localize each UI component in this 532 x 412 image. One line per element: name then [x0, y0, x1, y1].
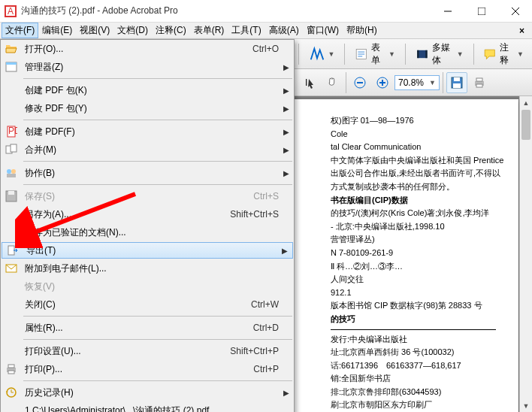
close-button[interactable] [498, 0, 532, 23]
menu-shortcut: Ctrl+O [252, 44, 294, 54]
menu-item[interactable]: 属性(R)...Ctrl+D [1, 319, 294, 337]
menu-item-label: 导出(T) [23, 244, 292, 257]
menu-item[interactable]: 打印(P)...Ctrl+P [1, 360, 294, 378]
menu-item[interactable]: PDF创建 PDF(F)▶ [1, 123, 294, 141]
menu-tools[interactable]: 工具(T) [228, 23, 264, 38]
submenu-arrow-icon: ▶ [283, 128, 289, 136]
form-icon [355, 46, 368, 62]
submenu-arrow-icon: ▶ [283, 169, 289, 177]
page-text-line: 址:北京西单西斜街 36 号(100032) [331, 346, 496, 359]
film-icon [416, 46, 429, 62]
menu-edit[interactable]: 编辑(E) [38, 23, 76, 38]
page-text-line: 的技巧 [331, 313, 496, 326]
menu-item[interactable]: 历史记录(H)▶ [1, 383, 294, 401]
menu-file[interactable]: 文件(F) [2, 23, 38, 38]
page-divider [331, 329, 496, 330]
menu-item[interactable]: 协作(B)▶ [1, 164, 294, 182]
svg-rect-32 [11, 144, 17, 152]
organizer-icon [1, 61, 22, 73]
disk-icon [451, 77, 463, 89]
select-tool[interactable]: I [299, 72, 320, 93]
menu-advanced[interactable]: 高级(A) [265, 23, 303, 38]
menu-forms[interactable]: 表单(R) [190, 23, 228, 38]
page-text-line: 中文简体字版由中央编译出版社和美国 Prentice [331, 154, 496, 168]
menu-separator [23, 316, 292, 317]
vertical-scrollbar[interactable]: ▲ ▼ [519, 96, 532, 412]
menu-comments[interactable]: 注释(C) [152, 23, 190, 38]
scroll-thumb[interactable] [521, 110, 530, 140]
menu-help[interactable]: 帮助(H) [343, 23, 381, 38]
menu-item[interactable]: 导出(T)▶ [2, 242, 293, 259]
minimize-button[interactable] [431, 0, 464, 23]
comment-button[interactable]: 注释▼ [478, 38, 529, 71]
menu-item-label: 管理器(Z) [22, 61, 294, 74]
svg-text:A: A [8, 6, 14, 17]
submenu-arrow-icon: ▶ [283, 105, 289, 113]
page-text-line: 出版公司合作出版,未经出版者书面许可,不得以 [331, 167, 496, 180]
menu-item[interactable]: 关闭(C)Ctrl+W [1, 295, 294, 314]
svg-rect-28 [6, 62, 17, 65]
printer-icon [473, 77, 485, 89]
svg-rect-35 [7, 174, 16, 177]
menu-item-label: 创建 PDF(F) [22, 126, 294, 138]
plus-icon [376, 77, 388, 89]
page-text-line: Ⅱ 科…②刘…③李… [331, 260, 496, 274]
comment-icon [483, 46, 497, 62]
menu-item[interactable]: 另存为(A)...Shift+Ctrl+S [1, 205, 294, 223]
scroll-up-arrow[interactable]: ▲ [520, 96, 532, 109]
svg-text:PDF: PDF [8, 126, 17, 136]
maximize-button[interactable] [464, 0, 498, 23]
minus-icon [354, 77, 366, 89]
svg-rect-42 [8, 371, 14, 374]
menu-item[interactable]: 另存为已验证的文档(N)... [1, 223, 294, 241]
menu-item: 保存(S)Ctrl+S [1, 187, 294, 205]
sign-button[interactable]: ▼ [304, 42, 340, 66]
menu-item-label: 恢复(V) [22, 280, 294, 293]
menu-separator [23, 184, 292, 185]
menu-shortcut: Shift+Ctrl+P [230, 346, 294, 356]
menu-item[interactable]: 附加到电子邮件(L)... [1, 259, 294, 277]
menu-item[interactable]: 1 C:\Users\Administrator\...\沟通的技巧 (2).p… [1, 401, 294, 412]
menu-item[interactable]: 打印设置(U)...Shift+Ctrl+P [1, 342, 294, 360]
menu-separator [23, 339, 292, 340]
menu-item[interactable]: 合并(M)▶ [1, 141, 294, 159]
menu-item-label: 属性(R)... [22, 322, 253, 335]
menu-item[interactable]: 打开(O)...Ctrl+O [1, 40, 294, 58]
combine-icon [1, 144, 22, 156]
menu-shortcut: Ctrl+P [253, 364, 294, 374]
page-text-line: 话:66171396 66163377—618,617 [331, 359, 496, 373]
app-icon: A [5, 5, 17, 17]
multimedia-button[interactable]: 多媒体▼ [410, 38, 469, 71]
submenu-arrow-icon: ▶ [283, 63, 289, 71]
menu-window[interactable]: 窗口(W) [303, 23, 343, 38]
menu-document[interactable]: 文档(D) [113, 23, 152, 38]
menu-item[interactable]: 管理器(Z)▶ [1, 58, 294, 76]
page-text-line: 人间交往 [331, 273, 496, 286]
document-close-button[interactable]: × [513, 26, 530, 36]
menu-item-label: 打印(P)... [22, 363, 253, 376]
submenu-arrow-icon: ▶ [283, 389, 289, 397]
select-icon: I [304, 77, 316, 89]
menu-view[interactable]: 视图(V) [76, 23, 113, 38]
page-text-line: tal Clear Communication [331, 141, 496, 154]
scroll-down-arrow[interactable]: ▼ [520, 399, 532, 412]
create-pdf-icon: PDF [1, 126, 22, 138]
menu-separator [23, 78, 292, 79]
page-text-line: Cole [331, 128, 496, 141]
zoom-out-button[interactable] [349, 72, 370, 93]
print-tool[interactable] [469, 72, 490, 93]
save-tool[interactable] [446, 72, 467, 93]
submenu-arrow-icon: ▶ [282, 247, 288, 255]
svg-text:I: I [305, 77, 307, 88]
zoom-in-button[interactable] [372, 72, 393, 93]
menu-bar: 文件(F) 编辑(E) 视图(V) 文档(D) 注释(C) 表单(R) 工具(T… [0, 23, 532, 39]
menu-item-label: 打印设置(U)... [22, 345, 230, 358]
file-menu-dropdown: 打开(O)...Ctrl+O管理器(Z)▶创建 PDF 包(K)▶修改 PDF … [0, 39, 295, 412]
menu-item-label: 附加到电子邮件(L)... [22, 262, 294, 275]
hand-tool[interactable] [322, 72, 343, 93]
menu-item[interactable]: 创建 PDF 包(K)▶ [1, 81, 294, 99]
forms-button[interactable]: 表单▼ [349, 38, 401, 71]
menu-item[interactable]: 修改 PDF 包(Y)▶ [1, 99, 294, 117]
zoom-input[interactable]: 70.8%▼ [394, 75, 440, 90]
forms-label: 表单 [371, 41, 385, 67]
